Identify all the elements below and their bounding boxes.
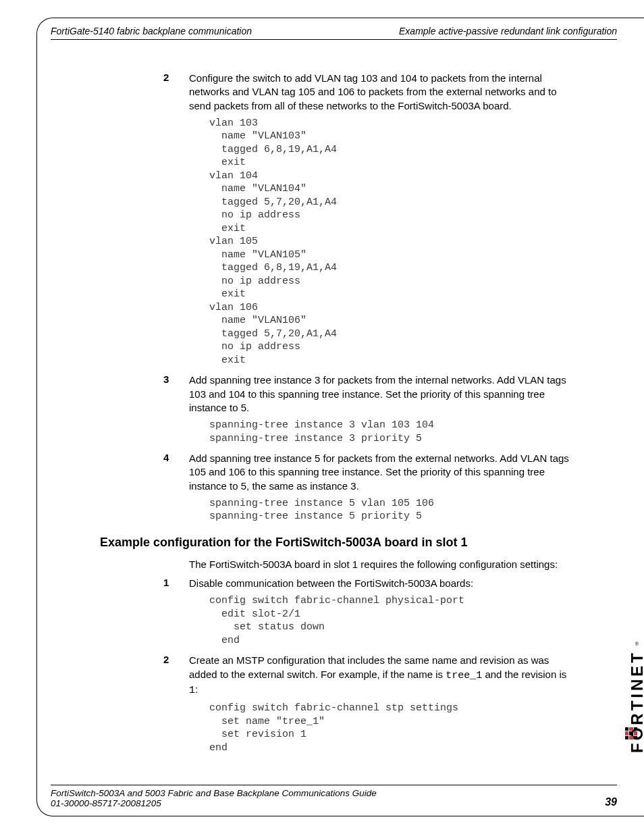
step-text: Disable communication between the FortiS… xyxy=(189,577,473,590)
registered-mark: ® xyxy=(635,642,639,646)
inline-code: 1 xyxy=(189,685,195,696)
logo-icon xyxy=(625,727,637,739)
header-left: FortiGate-5140 fabric backplane communic… xyxy=(51,26,252,36)
step-2b: 2 Create an MSTP configuration that incl… xyxy=(163,654,572,754)
step-number: 4 xyxy=(163,452,189,463)
code-block: spanning-tree instance 5 vlan 105 106 sp… xyxy=(209,497,572,523)
page-footer: FortiSwitch-5003A and 5003 Fabric and Ba… xyxy=(51,785,617,808)
section-intro: The FortiSwitch-5003A board in slot 1 re… xyxy=(189,558,572,571)
section-heading: Example configuration for the FortiSwitc… xyxy=(100,536,572,550)
code-block: spanning-tree instance 3 vlan 103 104 sp… xyxy=(209,419,572,445)
code-block: vlan 103 name "VLAN103" tagged 6,8,19,A1… xyxy=(209,117,572,367)
code-block: config switch fabric-channel physical-po… xyxy=(209,594,572,647)
footer-left: FortiSwitch-5003A and 5003 Fabric and Ba… xyxy=(51,788,377,808)
step-3a: 3 Add spanning tree instance 3 for packe… xyxy=(163,373,572,445)
step-1b: 1 Disable communication between the Fort… xyxy=(163,577,572,647)
footer-line1: FortiSwitch-5003A and 5003 Fabric and Ba… xyxy=(51,788,377,798)
step-text: Add spanning tree instance 3 for packets… xyxy=(189,373,572,415)
step-2a: 2 Configure the switch to add VLAN tag 1… xyxy=(163,72,572,367)
footer-line2: 01-30000-85717-20081205 xyxy=(51,798,377,808)
step-number: 2 xyxy=(163,72,189,83)
page-number: 39 xyxy=(605,796,617,808)
page-header: FortiGate-5140 fabric backplane communic… xyxy=(51,26,617,40)
step-text: Create an MSTP configuration that includ… xyxy=(189,654,572,698)
text-part: and the revision is xyxy=(482,669,566,680)
step-number: 1 xyxy=(163,577,189,588)
header-right: Example active-passive redundant link co… xyxy=(399,26,617,36)
step-number: 3 xyxy=(163,373,189,385)
inline-code: tree_1 xyxy=(446,670,482,681)
page-content: 2 Configure the switch to add VLAN tag 1… xyxy=(100,72,572,761)
text-part: : xyxy=(195,683,198,695)
step-4a: 4 Add spanning tree instance 5 for packe… xyxy=(163,452,572,523)
fortinet-logo: ® FORTINET xyxy=(625,645,640,766)
step-text: Add spanning tree instance 5 for packets… xyxy=(189,452,572,493)
step-number: 2 xyxy=(163,654,189,665)
step-text: Configure the switch to add VLAN tag 103… xyxy=(189,72,572,113)
code-block: config switch fabric-channel stp setting… xyxy=(209,702,572,754)
